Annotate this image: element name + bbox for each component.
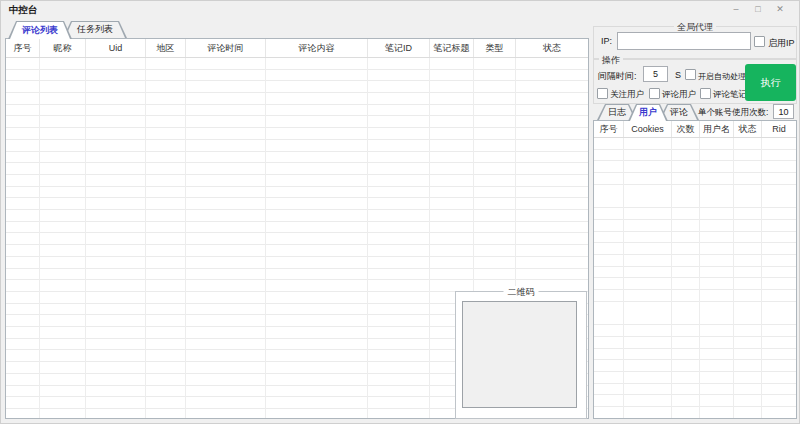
column-header: 评论时间 <box>186 39 266 57</box>
column-header: 次数 <box>672 121 700 137</box>
column-header: 笔记标题 <box>430 39 474 57</box>
tab-user-label: 用户 <box>639 106 657 119</box>
comment-user-label: 评论用户 <box>662 89 696 101</box>
column-header: 状态 <box>516 39 588 57</box>
enable-ip-checkbox[interactable] <box>754 36 765 47</box>
qr-code-group: 二维码 <box>455 291 587 419</box>
column-header: 状态 <box>734 121 762 137</box>
column-header: Uid <box>86 39 146 57</box>
column-header: 昵称 <box>40 39 86 57</box>
tab-task-list-label: 任务列表 <box>77 23 113 36</box>
interval-input[interactable] <box>643 66 668 82</box>
maximize-icon[interactable]: □ <box>747 2 769 17</box>
follow-user-label: 关注用户 <box>610 89 644 101</box>
window-controls: – □ ✕ <box>725 2 791 17</box>
comment-user-checkbox[interactable] <box>649 88 660 99</box>
operations-title: 操作 <box>599 54 623 67</box>
user-table-header: 序号 Cookies 次数 用户名 状态 Rid <box>594 121 796 138</box>
column-header: Cookies <box>624 121 672 137</box>
operations-group: 操作 间隔时间: S 开启自动处理 执行 关注用户 评论用户 评论笔记 <box>593 59 797 104</box>
tab-comment-list[interactable]: 评论列表 <box>8 21 72 39</box>
minimize-icon[interactable]: – <box>725 2 747 17</box>
tab-comment-label: 评论 <box>670 106 688 119</box>
close-icon[interactable]: ✕ <box>769 2 791 17</box>
qr-code-image-placeholder <box>462 301 577 408</box>
follow-user-checkbox[interactable] <box>597 88 608 99</box>
titlebar: 中控台 – □ ✕ <box>1 1 799 19</box>
execute-button[interactable]: 执行 <box>745 64 796 101</box>
ip-input[interactable] <box>617 32 751 50</box>
column-header: 用户名 <box>700 121 734 137</box>
column-header: 评论内容 <box>266 39 368 57</box>
comment-note-checkbox[interactable] <box>700 88 711 99</box>
comment-table-header: 序号 昵称 Uid 地区 评论时间 评论内容 笔记ID 笔记标题 类型 状态 <box>6 39 588 58</box>
app-window: 中控台 – □ ✕ 评论列表 任务列表 序号 昵称 Uid 地区 评论时间 评论… <box>0 0 800 424</box>
column-header: 笔记ID <box>368 39 430 57</box>
left-tabstrip: 评论列表 任务列表 <box>8 21 118 39</box>
auto-process-label: 开启自动处理 <box>698 71 746 82</box>
auto-process-checkbox[interactable] <box>685 69 696 80</box>
tab-comment-list-label: 评论列表 <box>22 24 58 37</box>
column-header: Rid <box>762 121 796 137</box>
column-header: 序号 <box>6 39 40 57</box>
tab-task-list[interactable]: 任务列表 <box>63 21 127 38</box>
comment-note-label: 评论笔记 <box>713 89 747 101</box>
window-title: 中控台 <box>9 4 38 17</box>
enable-ip-label: 启用IP <box>768 37 795 50</box>
user-table-body <box>594 138 796 418</box>
usage-count-input[interactable] <box>773 104 794 119</box>
tab-user[interactable]: 用户 <box>628 104 668 121</box>
column-header: 类型 <box>474 39 516 57</box>
interval-unit-label: S <box>675 70 681 80</box>
user-table-panel: 序号 Cookies 次数 用户名 状态 Rid <box>593 120 797 419</box>
usage-count-label: 单个账号使用次数: <box>698 107 768 119</box>
qr-code-group-title: 二维码 <box>504 286 539 299</box>
user-table-gridlines <box>594 138 796 418</box>
right-tabstrip: 日志 用户 评论 <box>597 104 690 121</box>
tab-log-label: 日志 <box>608 106 626 119</box>
column-header: 序号 <box>594 121 624 137</box>
column-header: 地区 <box>146 39 186 57</box>
global-proxy-group: 全局代理 IP: 启用IP <box>593 26 797 59</box>
ip-label: IP: <box>601 36 612 46</box>
interval-label: 间隔时间: <box>598 70 637 83</box>
